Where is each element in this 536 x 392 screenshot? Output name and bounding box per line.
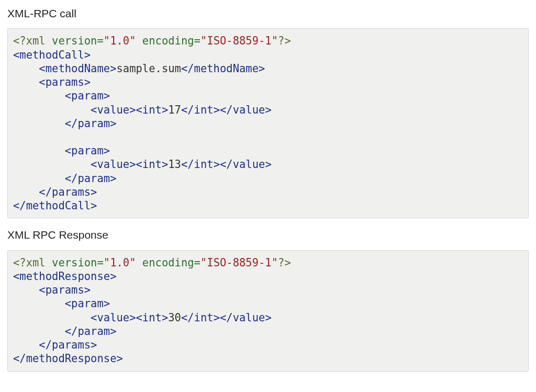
xml-rpc-response-code: <?xml version="1.0" encoding="ISO-8859-1… bbox=[7, 250, 529, 372]
value2-open: <value> bbox=[91, 158, 136, 171]
value1-close: </value> bbox=[220, 104, 272, 116]
resp-int-open: <int> bbox=[136, 311, 169, 324]
resp-xml-decl-encoding-val: "ISO-8859-1" bbox=[200, 256, 278, 269]
resp-xml-decl-open: <?xml bbox=[13, 256, 52, 269]
xml-decl-open: <?xml bbox=[13, 35, 52, 47]
int2-open: <int> bbox=[136, 158, 169, 171]
methodcall-open: <methodCall> bbox=[13, 49, 91, 61]
methodname-open: <methodName> bbox=[13, 62, 116, 75]
value1-open: <value> bbox=[91, 104, 136, 116]
methodname-close: </methodName> bbox=[181, 62, 265, 75]
xml-decl-version-val: "1.0" bbox=[104, 35, 136, 47]
methodresponse-open: <methodResponse> bbox=[13, 270, 116, 283]
resp-param-close: </param> bbox=[13, 325, 116, 338]
xml-rpc-response-heading: XML RPC Response bbox=[7, 228, 529, 242]
methodname-text: sample.sum bbox=[116, 62, 181, 75]
params-open: <params> bbox=[13, 76, 91, 88]
resp-int-value: 30 bbox=[168, 311, 181, 324]
xml-decl-version-key: version= bbox=[52, 35, 104, 47]
resp-xml-decl-encoding-key: encoding= bbox=[136, 256, 200, 269]
resp-value-indent bbox=[13, 311, 91, 324]
param1-close: </param> bbox=[13, 117, 116, 130]
int2-close: </int> bbox=[181, 158, 220, 171]
resp-value-open: <value> bbox=[91, 311, 136, 324]
param2-close: </param> bbox=[13, 172, 116, 185]
resp-int-close: </int> bbox=[181, 311, 220, 324]
param2-open: <param> bbox=[13, 144, 110, 157]
value2-indent bbox=[13, 158, 91, 171]
int1-open: <int> bbox=[136, 104, 169, 116]
resp-params-open: <params> bbox=[13, 284, 91, 296]
xml-rpc-call-code: <?xml version="1.0" encoding="ISO-8859-1… bbox=[7, 28, 529, 218]
xml-decl-encoding-val: "ISO-8859-1" bbox=[200, 35, 278, 47]
value2-close: </value> bbox=[220, 158, 272, 171]
int2-value: 13 bbox=[168, 158, 181, 171]
methodresponse-close: </methodResponse> bbox=[13, 352, 123, 365]
xml-decl-close: ?> bbox=[278, 35, 291, 47]
xml-rpc-call-heading: XML-RPC call bbox=[7, 6, 529, 21]
resp-xml-decl-version-key: version= bbox=[52, 256, 104, 269]
resp-xml-decl-version-val: "1.0" bbox=[104, 256, 136, 269]
resp-value-close: </value> bbox=[220, 311, 272, 324]
param1-open: <param> bbox=[13, 89, 110, 102]
resp-xml-decl-close: ?> bbox=[278, 256, 291, 269]
xml-decl-encoding-key: encoding= bbox=[136, 35, 200, 47]
resp-param-open: <param> bbox=[13, 297, 110, 310]
value1-indent bbox=[13, 104, 91, 116]
resp-params-close: </params> bbox=[13, 339, 97, 351]
int1-close: </int> bbox=[181, 104, 220, 116]
int1-value: 17 bbox=[168, 104, 181, 116]
params-close: </params> bbox=[13, 186, 97, 198]
methodcall-close: </methodCall> bbox=[13, 199, 97, 212]
